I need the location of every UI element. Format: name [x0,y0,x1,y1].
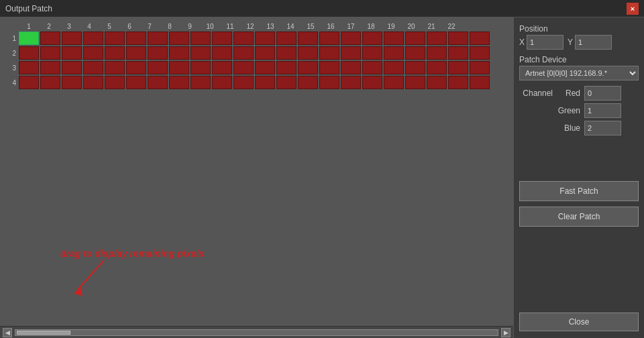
grid-cell[interactable] [341,61,361,74]
grid-cell[interactable] [276,46,297,60]
grid-cell[interactable] [470,61,490,74]
grid-cell[interactable] [405,76,425,89]
grid-cell[interactable] [148,46,168,60]
grid-cell[interactable] [233,46,254,60]
grid-cell[interactable] [212,32,232,45]
grid-cell[interactable] [19,46,39,60]
scrollbar-track[interactable] [15,329,498,336]
grid-cell[interactable] [384,32,404,45]
grid-cell[interactable] [470,32,490,45]
green-input[interactable] [584,103,621,118]
grid-cell[interactable] [362,46,382,60]
x-input[interactable] [527,35,564,50]
grid-cell[interactable] [255,61,275,74]
grid-cell[interactable] [255,46,275,60]
window-close-button[interactable]: × [627,3,639,15]
grid-cell[interactable] [212,46,232,60]
scroll-left-button[interactable]: ◀ [3,328,12,337]
grid-cell[interactable] [40,32,60,45]
grid-cell[interactable] [448,46,468,60]
grid-cell[interactable] [298,46,318,60]
grid-cell[interactable] [384,76,404,89]
grid-cell[interactable] [169,61,189,74]
grid-cell[interactable] [319,76,339,89]
grid-cell[interactable] [40,46,60,60]
grid-cell[interactable] [319,61,339,74]
grid-cell[interactable] [298,61,318,74]
grid-cell[interactable] [62,32,82,45]
grid-cell[interactable] [362,32,382,45]
grid-cell[interactable] [169,32,189,45]
grid-cell[interactable] [448,76,468,89]
grid-cell[interactable] [126,76,146,89]
grid-cell[interactable] [341,76,361,89]
grid-cell[interactable] [126,61,146,74]
red-input[interactable] [584,86,621,101]
grid-cell[interactable] [148,76,168,89]
grid-cell[interactable] [470,76,490,89]
fast-patch-button[interactable]: Fast Patch [519,181,639,201]
grid-cell[interactable] [105,76,125,89]
grid-cell[interactable] [126,46,146,60]
grid-cell[interactable] [427,46,447,60]
grid-cell[interactable] [169,46,189,60]
grid-cell[interactable] [233,32,254,45]
blue-input[interactable] [584,121,621,135]
grid-cell[interactable] [40,76,60,89]
grid-cell[interactable] [212,61,232,74]
grid-cell[interactable] [212,76,232,89]
grid-cell[interactable] [276,61,297,74]
grid-cell[interactable] [19,32,39,45]
grid-cell[interactable] [83,32,103,45]
grid-cell[interactable] [298,32,318,45]
grid-cell[interactable] [148,61,168,74]
grid-cell[interactable] [83,76,103,89]
grid-cell[interactable] [405,61,425,74]
grid-cell[interactable] [105,61,125,74]
scroll-right-button[interactable]: ▶ [501,328,511,337]
close-button[interactable]: Close [519,313,639,331]
grid-cell[interactable] [362,76,382,89]
grid-cell[interactable] [448,61,468,74]
grid-cell[interactable] [384,46,404,60]
grid-cell[interactable] [276,76,297,89]
y-input[interactable] [575,35,612,50]
grid-cell[interactable] [341,46,361,60]
grid-cell[interactable] [105,32,125,45]
grid-cell[interactable] [427,32,447,45]
grid-cell[interactable] [255,32,275,45]
grid-cell[interactable] [384,61,404,74]
grid-cell[interactable] [448,32,468,45]
grid-cell[interactable] [83,61,103,74]
grid-cell[interactable] [62,61,82,74]
grid-cell[interactable] [298,76,318,89]
grid-cell[interactable] [319,46,339,60]
grid-cell[interactable] [319,32,339,45]
scrollbar-thumb[interactable] [17,331,70,335]
grid-cell[interactable] [19,76,39,89]
grid-cell[interactable] [62,76,82,89]
grid-cell[interactable] [255,76,275,89]
grid-cell[interactable] [191,32,211,45]
grid-cell[interactable] [105,46,125,60]
grid-cell[interactable] [233,76,254,89]
grid-cell[interactable] [427,76,447,89]
grid-cell[interactable] [427,61,447,74]
grid-cell[interactable] [191,76,211,89]
grid-cell[interactable] [362,61,382,74]
grid-cell[interactable] [148,32,168,45]
grid-cell[interactable] [405,46,425,60]
grid-cell[interactable] [276,32,297,45]
grid-cell[interactable] [83,46,103,60]
grid-cell[interactable] [470,46,490,60]
grid-cell[interactable] [341,32,361,45]
grid-cell[interactable] [19,61,39,74]
clear-patch-button[interactable]: Clear Patch [519,207,639,227]
grid-cell[interactable] [169,76,189,89]
grid-cell[interactable] [62,46,82,60]
grid-cell[interactable] [191,46,211,60]
grid-cell[interactable] [233,61,254,74]
grid-cell[interactable] [405,32,425,45]
grid-cell[interactable] [191,61,211,74]
grid-cell[interactable] [126,32,146,45]
